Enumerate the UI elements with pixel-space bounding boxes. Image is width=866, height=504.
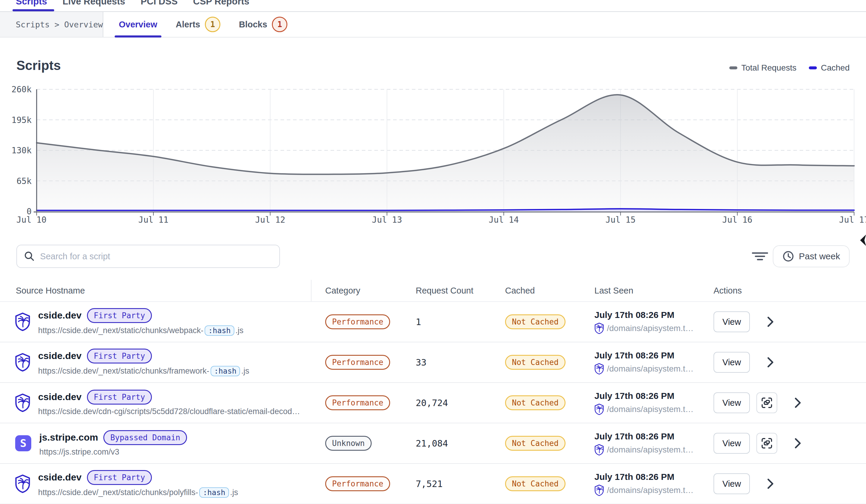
cached-swatch bbox=[809, 66, 817, 69]
last-seen-time: July 17th 08:26 PM bbox=[595, 432, 674, 441]
tab-alerts[interactable]: Alerts 1 bbox=[171, 12, 224, 37]
palm-shield-icon bbox=[595, 363, 604, 374]
svg-text:130k: 130k bbox=[12, 146, 32, 155]
legend-total-requests[interactable]: Total Requests bbox=[729, 63, 796, 72]
last-seen-time: July 17th 08:26 PM bbox=[595, 310, 674, 320]
last-seen-cell: July 17th 08:26 PM /domains/apisystem.t… bbox=[581, 302, 700, 342]
time-range-label: Past week bbox=[799, 251, 840, 261]
last-seen-path[interactable]: /domains/apisystem.t… bbox=[607, 485, 693, 495]
nav-item-csp-reports[interactable]: CSP Reports bbox=[193, 0, 249, 7]
svg-text:S: S bbox=[20, 437, 26, 449]
legend-cached[interactable]: Cached bbox=[809, 63, 850, 72]
last-seen-path[interactable]: /domains/apisystem.t… bbox=[607, 445, 693, 455]
palm-shield-icon bbox=[595, 485, 604, 496]
script-url: https://js.stripe.com/v3 bbox=[39, 447, 187, 457]
table-row[interactable]: S cside.dev First Party https://cside.de… bbox=[0, 302, 866, 342]
svg-text:260k: 260k bbox=[12, 85, 32, 94]
palm-shield-icon bbox=[15, 353, 30, 371]
table-row[interactable]: S cside.dev First Party https://cside.de… bbox=[0, 464, 866, 504]
search-input[interactable] bbox=[40, 251, 272, 261]
nav-item-scripts[interactable]: Scripts bbox=[16, 0, 47, 7]
row-expand-chevron[interactable] bbox=[767, 317, 774, 327]
request-count: 1 bbox=[416, 317, 421, 327]
cached-cell: Not Cached bbox=[491, 342, 581, 382]
table-row[interactable]: S cside.dev First Party https://cside.de… bbox=[0, 383, 866, 423]
row-expand-chevron[interactable] bbox=[767, 357, 774, 367]
row-expand-chevron[interactable] bbox=[795, 398, 801, 408]
svg-text:Jul 12: Jul 12 bbox=[255, 215, 285, 225]
cached-cell: Not Cached bbox=[491, 464, 581, 504]
clock-icon bbox=[782, 250, 794, 262]
hash-chip: :hash bbox=[211, 366, 240, 376]
category-cell: Unknown bbox=[311, 423, 402, 463]
script-search-box bbox=[16, 245, 280, 268]
cached-cell: Not Cached bbox=[491, 423, 581, 463]
row-expand-chevron[interactable] bbox=[795, 438, 801, 448]
last-seen-path[interactable]: /domains/apisystem.t… bbox=[607, 324, 693, 333]
last-seen-path[interactable]: /domains/apisystem.t… bbox=[607, 405, 693, 414]
category-badge: Performance bbox=[325, 476, 390, 491]
actions-cell: View bbox=[700, 342, 866, 382]
category-badge: Performance bbox=[325, 395, 390, 410]
col-actions: Actions bbox=[700, 280, 866, 301]
filter-icon bbox=[752, 251, 768, 261]
hostname: cside.dev bbox=[38, 391, 81, 403]
source-hostname-cell: S js.stripe.com Bypassed Domain https://… bbox=[0, 423, 311, 463]
tab-overview[interactable]: Overview bbox=[115, 12, 162, 37]
category-badge: Performance bbox=[325, 355, 390, 370]
scan-button[interactable] bbox=[756, 392, 777, 413]
hostname: cside.dev bbox=[38, 472, 81, 483]
breadcrumb-box: Scripts > Overview bbox=[0, 12, 103, 37]
last-seen-path[interactable]: /domains/apisystem.t… bbox=[607, 364, 693, 373]
request-count-cell: 21,084 bbox=[402, 423, 491, 463]
hash-chip: :hash bbox=[199, 487, 229, 498]
actions-cell: View bbox=[700, 464, 866, 504]
table-row[interactable]: S js.stripe.com Bypassed Domain https://… bbox=[0, 423, 866, 464]
view-button[interactable]: View bbox=[713, 311, 750, 332]
palm-shield-icon bbox=[595, 404, 604, 415]
filter-button[interactable] bbox=[751, 247, 769, 266]
blocks-count-badge: 1 bbox=[272, 17, 287, 32]
row-expand-chevron[interactable] bbox=[767, 479, 774, 489]
svg-text:Jul 15: Jul 15 bbox=[606, 215, 635, 225]
last-seen-time: July 17th 08:26 PM bbox=[595, 472, 674, 482]
time-range-button[interactable]: Past week bbox=[773, 245, 850, 267]
svg-text:195k: 195k bbox=[12, 115, 32, 125]
scan-button[interactable] bbox=[756, 433, 777, 454]
area-chart-svg: 065k130k195k260kJul 10Jul 11Jul 12Jul 13… bbox=[0, 75, 866, 226]
table-row[interactable]: S cside.dev First Party https://cside.de… bbox=[0, 342, 866, 383]
col-source-hostname: Source Hostname bbox=[0, 280, 311, 301]
actions-cell: View bbox=[700, 423, 866, 463]
table-header: Source Hostname Category Request Count C… bbox=[0, 280, 866, 302]
chevron-right-icon bbox=[795, 438, 801, 448]
view-button[interactable]: View bbox=[713, 392, 750, 413]
last-seen-cell: July 17th 08:26 PM /domains/apisystem.t… bbox=[581, 383, 700, 423]
cached-badge: Not Cached bbox=[505, 476, 566, 491]
host-type-badge: First Party bbox=[87, 390, 152, 405]
hostname: cside.dev bbox=[38, 350, 81, 361]
tab-blocks[interactable]: Blocks 1 bbox=[235, 12, 291, 37]
view-button[interactable]: View bbox=[713, 433, 750, 454]
last-seen-time: July 17th 08:26 PM bbox=[595, 391, 674, 401]
total-requests-swatch bbox=[729, 66, 737, 69]
svg-text:Jul 13: Jul 13 bbox=[372, 215, 402, 225]
breadcrumb[interactable]: Scripts > Overview bbox=[16, 20, 103, 29]
category-cell: Performance bbox=[311, 342, 402, 382]
source-hostname-cell: S cside.dev First Party https://cside.de… bbox=[0, 302, 311, 342]
request-count-cell: 33 bbox=[402, 342, 491, 382]
category-cell: Performance bbox=[311, 383, 402, 423]
host-type-badge: First Party bbox=[87, 349, 152, 363]
view-button[interactable]: View bbox=[713, 352, 750, 373]
actions-cell: View bbox=[700, 383, 866, 423]
request-count: 20,724 bbox=[416, 398, 448, 408]
source-hostname-cell: S cside.dev First Party https://cside.de… bbox=[0, 464, 311, 504]
chevron-right-icon bbox=[767, 317, 774, 327]
stripe-icon: S bbox=[15, 435, 32, 451]
last-seen-cell: July 17th 08:26 PM /domains/apisystem.t… bbox=[581, 464, 700, 504]
host-type-badge: First Party bbox=[87, 470, 152, 485]
request-count-cell: 7,521 bbox=[402, 464, 491, 504]
view-button[interactable]: View bbox=[713, 473, 750, 494]
nav-item-live-requests[interactable]: Live Requests bbox=[63, 0, 125, 7]
nav-item-pci-dss[interactable]: PCI DSS bbox=[141, 0, 177, 7]
chevron-right-icon bbox=[795, 398, 801, 408]
